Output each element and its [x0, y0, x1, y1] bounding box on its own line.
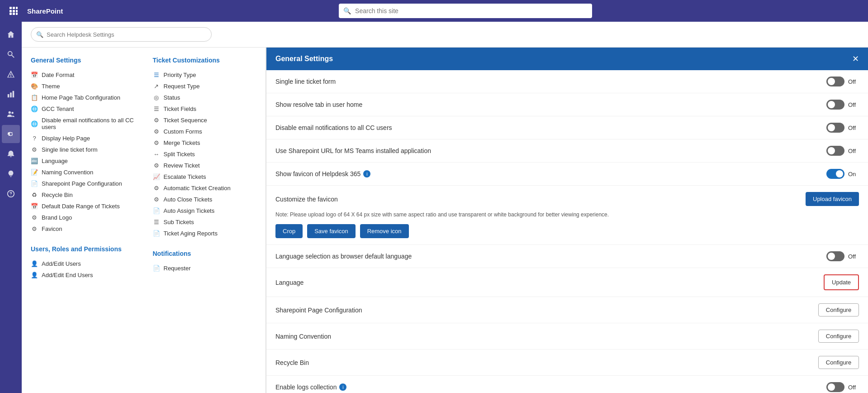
disable-email-toggle-thumb: [828, 124, 835, 131]
disable-email-toggle[interactable]: [826, 123, 844, 133]
favicon-section: Customize the favicon Upload favicon Not…: [266, 186, 868, 245]
row-naming-convention: Naming Convention Configure: [266, 323, 868, 350]
top-search-input[interactable]: [339, 4, 592, 18]
fields-icon: ☰: [153, 105, 160, 112]
panel-close-button[interactable]: ✕: [852, 54, 859, 64]
language-browser-toggle[interactable]: [826, 251, 844, 261]
brand-icon: ⚙: [31, 214, 38, 221]
resolve-tab-toggle[interactable]: [826, 100, 844, 110]
sidebar-icon-help[interactable]: [2, 185, 20, 203]
settings-item-auto-close[interactable]: ⚙ Auto Close Tickets: [153, 194, 257, 205]
settings-item-automatic-ticket[interactable]: ⚙ Automatic Ticket Creation: [153, 182, 257, 194]
remove-icon-button[interactable]: Remove icon: [360, 224, 409, 238]
settings-item-naming[interactable]: 📝 Naming Convention: [31, 167, 135, 178]
grid-icon[interactable]: [7, 5, 20, 17]
disable-email-label: Disable email notifications to all CC us…: [275, 124, 392, 131]
sidebar-icon-lightbulb[interactable]: [2, 165, 20, 183]
users-roles-title: Users, Roles and Permissions: [31, 245, 135, 253]
settings-item-add-edit-users[interactable]: 👤 Add/Edit Users: [31, 258, 135, 269]
single-line-label: Single line ticket form: [275, 78, 336, 85]
sharepoint-url-toggle[interactable]: [826, 146, 844, 156]
sharepoint-configure-button[interactable]: Configure: [818, 303, 859, 316]
sidebar-icon-search[interactable]: [2, 45, 20, 63]
naming-configure-button[interactable]: Configure: [818, 330, 859, 343]
settings-item-label: GCC Tenant: [42, 105, 74, 112]
crop-button[interactable]: Crop: [275, 224, 303, 238]
settings-item-label: Escalate Tickets: [164, 173, 206, 180]
save-favicon-button[interactable]: Save favicon: [307, 224, 355, 238]
settings-item-sharepoint-page[interactable]: 📄 Sharepoint Page Configuration: [31, 178, 135, 189]
theme-icon: 🎨: [31, 83, 38, 90]
sidebar-icon-chart[interactable]: [2, 85, 20, 103]
recycle-configure-button[interactable]: Configure: [818, 356, 859, 369]
escalate-icon: 📈: [153, 173, 160, 180]
enable-logs-toggle[interactable]: [826, 382, 844, 392]
settings-item-auto-assign[interactable]: 📄 Auto Assign Tickets: [153, 205, 257, 216]
favicon-info-icon[interactable]: i: [363, 170, 370, 177]
helpdesk-search-input[interactable]: [31, 27, 212, 42]
single-line-toggle[interactable]: [826, 77, 844, 86]
settings-item-escalate-tickets[interactable]: 📈 Escalate Tickets: [153, 171, 257, 182]
sidebar-icon-settings[interactable]: [2, 125, 20, 143]
settings-item-label: Single line ticket form: [42, 146, 98, 153]
left-sidebar: [0, 22, 22, 393]
language-browser-toggle-label: Off: [848, 253, 859, 260]
merge-icon: ⚙: [153, 139, 160, 146]
favicon-toggle-label: On: [848, 171, 859, 177]
settings-item-split-tickets[interactable]: ↔ Split Tickets: [153, 149, 257, 160]
row-single-line: Single line ticket form Off: [266, 70, 868, 93]
logs-info-icon[interactable]: i: [339, 383, 346, 391]
settings-item-label: Auto Close Tickets: [164, 196, 213, 203]
enable-logs-toggle-thumb: [828, 383, 835, 391]
settings-item-brand-logo[interactable]: ⚙ Brand Logo: [31, 212, 135, 223]
settings-item-status[interactable]: ◎ Status: [153, 92, 257, 103]
settings-item-ticket-aging[interactable]: 📄 Ticket Aging Reports: [153, 228, 257, 239]
settings-item-add-edit-end-users[interactable]: 👤 Add/Edit End Users: [31, 269, 135, 281]
svg-rect-13: [13, 91, 14, 97]
settings-item-request-type[interactable]: ↗ Request Type: [153, 81, 257, 92]
settings-item-favicon[interactable]: ⚙ Favicon: [31, 223, 135, 235]
top-navigation: SharePoint 🔍: [0, 0, 868, 22]
settings-item-ticket-sequence[interactable]: ⚙ Ticket Sequence: [153, 115, 257, 126]
svg-rect-7: [13, 13, 15, 15]
favicon-toggle[interactable]: [826, 169, 844, 179]
sidebar-icon-home[interactable]: [2, 25, 20, 43]
settings-item-date-format[interactable]: 📅 Date Format: [31, 69, 135, 81]
settings-item-single-line[interactable]: ⚙ Single line ticket form: [31, 144, 135, 155]
settings-item-gcc[interactable]: 🌐 GCC Tenant: [31, 103, 135, 115]
settings-item-merge-tickets[interactable]: ⚙ Merge Tickets: [153, 137, 257, 149]
single-line-toggle-label: Off: [848, 78, 859, 85]
settings-item-ticket-fields[interactable]: ☰ Ticket Fields: [153, 103, 257, 115]
settings-item-label: Merge Tickets: [164, 139, 200, 146]
settings-item-label: Default Date Range of Tickets: [42, 203, 120, 210]
settings-item-requester[interactable]: 📄 Requester: [153, 263, 257, 274]
settings-item-theme[interactable]: 🎨 Theme: [31, 81, 135, 92]
settings-item-date-range[interactable]: 📅 Default Date Range of Tickets: [31, 201, 135, 212]
upload-favicon-button[interactable]: Upload favicon: [806, 192, 859, 206]
settings-item-help-page[interactable]: ? Display Help Page: [31, 133, 135, 144]
sidebar-icon-people[interactable]: [2, 105, 20, 123]
settings-item-sub-tickets[interactable]: ☰ Sub Tickets: [153, 216, 257, 228]
svg-rect-0: [9, 7, 12, 9]
enable-logs-toggle-label: Off: [848, 384, 859, 391]
settings-item-label: Add/Edit Users: [42, 260, 81, 267]
email-icon: 🌐: [31, 120, 38, 127]
sidebar-icon-notification[interactable]: [2, 145, 20, 163]
settings-item-home-tab[interactable]: 📋 Home Page Tab Configuration: [31, 92, 135, 103]
date-range-icon: 📅: [31, 203, 38, 210]
form-icon: ⚙: [31, 146, 38, 153]
settings-item-language[interactable]: 🔤 Language: [31, 155, 135, 167]
helpdesk-search-bar: 🔍: [22, 22, 868, 48]
settings-columns: General Settings 📅 Date Format 🎨 Theme 📋…: [31, 57, 256, 281]
sidebar-icon-alert[interactable]: [2, 65, 20, 83]
language-browser-toggle-thumb: [828, 253, 835, 260]
language-update-button[interactable]: Update: [824, 274, 859, 290]
settings-item-review-ticket[interactable]: ⚙ Review Ticket: [153, 160, 257, 171]
settings-item-priority-type[interactable]: ☰ Priority Type: [153, 69, 257, 81]
settings-item-custom-forms[interactable]: ⚙ Custom Forms: [153, 126, 257, 137]
sub-tickets-icon: ☰: [153, 219, 160, 225]
settings-item-disable-email[interactable]: 🌐 Disable email notifications to all CC …: [31, 115, 135, 133]
row-sharepoint-url: Use Sharepoint URL for MS Teams installe…: [266, 139, 868, 163]
resolve-tab-label: Show resolve tab in user home: [275, 101, 362, 108]
settings-item-recycle-bin[interactable]: ♻ Recycle Bin: [31, 189, 135, 201]
